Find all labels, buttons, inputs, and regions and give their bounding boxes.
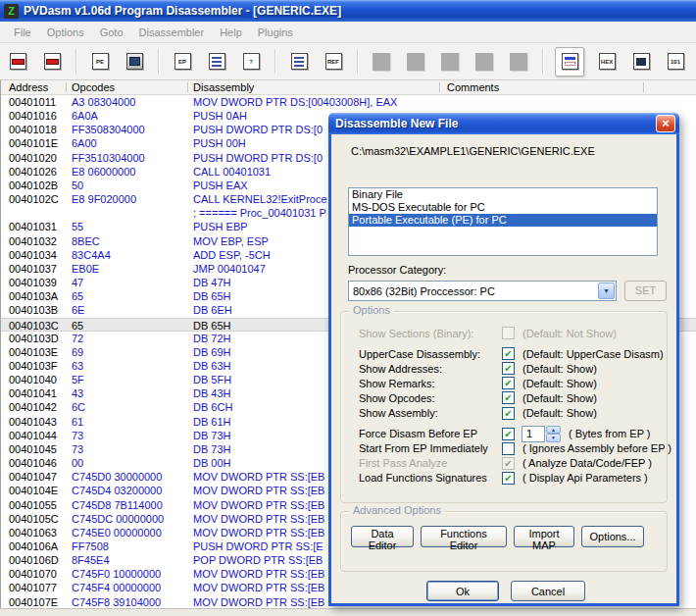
bytes-from-ep-input[interactable]: 1 xyxy=(522,426,545,442)
cell-address: 0040103E xyxy=(1,345,72,359)
cell-opcodes: 83C4A4 xyxy=(72,248,193,262)
blank-icon xyxy=(441,53,459,71)
import-map-button[interactable]: Import MAP xyxy=(514,526,574,547)
column-header-opcodes[interactable]: Opcodes xyxy=(72,80,115,94)
cell-address: 0040102B xyxy=(1,179,72,192)
patch-icon xyxy=(633,53,650,70)
cell-opcodes: 6C xyxy=(72,400,193,414)
cell-address: 0040106D xyxy=(1,553,72,567)
comments-button[interactable] xyxy=(287,49,311,75)
cell-opcodes: 6E xyxy=(72,303,193,317)
menu-help[interactable]: Help xyxy=(214,26,248,38)
system-info-button[interactable] xyxy=(123,49,146,75)
file-type-option-portable-executable-pe-for-pc[interactable]: Portable Executable (PE) for PC xyxy=(349,214,657,227)
patch-button[interactable] xyxy=(629,49,653,75)
menubar: FileOptionsGotoDisassemblerHelpPlugins xyxy=(0,22,696,43)
cell-opcodes: FF7508 xyxy=(72,539,193,553)
data-editor-button[interactable]: Data Editor xyxy=(351,526,414,547)
option-label: Show Opcodes: xyxy=(359,392,502,404)
cell-opcodes: 8BEC xyxy=(72,234,193,248)
column-divider[interactable] xyxy=(187,82,188,92)
menu-goto[interactable]: Goto xyxy=(94,26,129,38)
option-label: Show Sections (Binary): xyxy=(359,328,502,339)
ok-button[interactable]: Ok xyxy=(426,581,499,601)
hex-view-button[interactable]: HEX xyxy=(595,49,619,75)
cell-opcodes: FF3510304000 xyxy=(72,151,193,165)
cell-opcodes: 73 xyxy=(72,442,193,456)
column-divider[interactable] xyxy=(643,82,644,92)
cell-address: 0040102C xyxy=(1,192,72,206)
cell-address: 0040101E xyxy=(1,136,72,150)
data-view-icon: 101 xyxy=(668,53,684,70)
search-icon: ? xyxy=(243,53,260,70)
cell-address: 00401031 xyxy=(1,220,72,233)
blank-icon xyxy=(373,53,390,71)
option-note: (Default: UpperCase Disasm) xyxy=(522,348,664,360)
cell-opcodes: C745D8 7B114000 xyxy=(72,498,193,512)
checkbox-start-from-ep-immediately[interactable] xyxy=(502,442,515,455)
options-group: Options Show Sections (Binary):(Default:… xyxy=(340,311,668,503)
cancel-button[interactable]: Cancel xyxy=(511,581,585,601)
menu-disassembler[interactable]: Disassembler xyxy=(133,26,211,38)
spinner-control[interactable]: ▲▼ xyxy=(546,426,561,442)
column-divider[interactable] xyxy=(439,82,440,92)
column-divider[interactable] xyxy=(66,82,67,92)
menu-file[interactable]: File xyxy=(8,26,37,38)
option-note: (Default: Show) xyxy=(522,407,597,419)
goto-address-button[interactable] xyxy=(205,49,228,75)
disabled-button-3 xyxy=(438,49,462,75)
spinner-down-icon[interactable]: ▼ xyxy=(546,434,561,442)
cell-address xyxy=(1,206,72,220)
entry-point-button[interactable]: EP xyxy=(171,49,194,75)
checkbox-show-remarks[interactable]: ✔ xyxy=(502,377,515,389)
menu-options[interactable]: Options xyxy=(41,26,90,38)
chevron-down-icon[interactable]: ▼ xyxy=(598,282,615,299)
cell-opcodes: 00 xyxy=(72,456,193,470)
column-header-address[interactable]: Address xyxy=(9,80,48,94)
option-label: Start From EP Immediately xyxy=(359,442,502,454)
disabled-button-4 xyxy=(472,49,496,75)
cell-opcodes: 69 xyxy=(72,345,193,359)
search-button[interactable]: ? xyxy=(239,49,263,75)
cell-opcodes: C745F0 10000000 xyxy=(72,567,193,581)
file-type-option-ms-dos-executable-for-pc[interactable]: MS-DOS Executable for PC xyxy=(349,201,657,214)
disassembly-view-button[interactable] xyxy=(555,47,584,77)
pe-header-button[interactable]: PE xyxy=(88,49,112,75)
checkbox-show-addresses[interactable]: ✔ xyxy=(502,362,515,375)
checkbox-force-disasm-before-ep[interactable]: ✔ xyxy=(502,428,515,440)
toolbar: PEEP?REFHEX101 xyxy=(0,43,696,80)
cell-opcodes: C745F4 00000000 xyxy=(72,581,193,594)
data-view-button[interactable]: 101 xyxy=(664,49,687,75)
cell-address: 0040106A xyxy=(1,539,72,553)
cell-opcodes: E8 06000000 xyxy=(72,165,193,179)
close-icon[interactable]: × xyxy=(656,115,675,132)
option-label: Show Addresses: xyxy=(359,363,502,375)
disabled-button-1 xyxy=(370,49,393,75)
checkbox-show-assembly[interactable]: ✔ xyxy=(502,407,515,420)
checkbox-uppercase-disassembly[interactable]: ✔ xyxy=(502,347,515,360)
column-header-comments[interactable]: Comments xyxy=(447,80,499,94)
cell-address: 00401045 xyxy=(1,442,72,456)
functions-editor-button[interactable]: Functions Editor xyxy=(421,526,507,547)
table-row[interactable]: 00401011A3 08304000MOV DWORD PTR DS:[004… xyxy=(1,95,696,109)
options-button[interactable]: Options... xyxy=(581,526,644,547)
cell-address: 0040105C xyxy=(1,512,72,526)
status-strip xyxy=(0,608,696,616)
open-file-button[interactable] xyxy=(6,49,29,75)
option-row-show-remarks: Show Remarks:✔(Default: Show) xyxy=(359,376,667,390)
references-button[interactable]: REF xyxy=(322,49,345,75)
cell-opcodes: 47 xyxy=(72,276,193,289)
menu-plugins[interactable]: Plugins xyxy=(252,26,299,38)
dialog-titlebar[interactable]: Disassemble New File × xyxy=(328,113,679,134)
exit-button[interactable] xyxy=(40,49,64,75)
spinner-up-icon[interactable]: ▲ xyxy=(546,426,561,435)
checkbox-load-functions-signatures[interactable]: ✔ xyxy=(502,472,515,485)
cell-address: 00401032 xyxy=(1,234,72,248)
file-type-option-binary-file[interactable]: Binary File xyxy=(349,188,657,201)
file-type-listbox[interactable]: Binary FileMS-DOS Executable for PCPorta… xyxy=(348,187,658,256)
cell-address: 00401011 xyxy=(1,95,72,109)
column-header-disassembly[interactable]: Disassembly xyxy=(193,80,254,94)
dialog-title: Disassemble New File xyxy=(335,117,458,130)
checkbox-show-opcodes[interactable]: ✔ xyxy=(502,391,515,404)
processor-combobox[interactable]: 80x86 (32Bit) Proccessor: PC ▼ xyxy=(348,281,617,301)
